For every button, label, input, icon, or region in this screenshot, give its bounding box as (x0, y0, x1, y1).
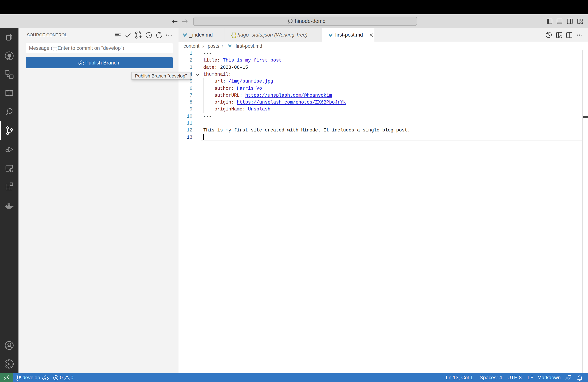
svg-text:{}: {} (231, 32, 236, 38)
